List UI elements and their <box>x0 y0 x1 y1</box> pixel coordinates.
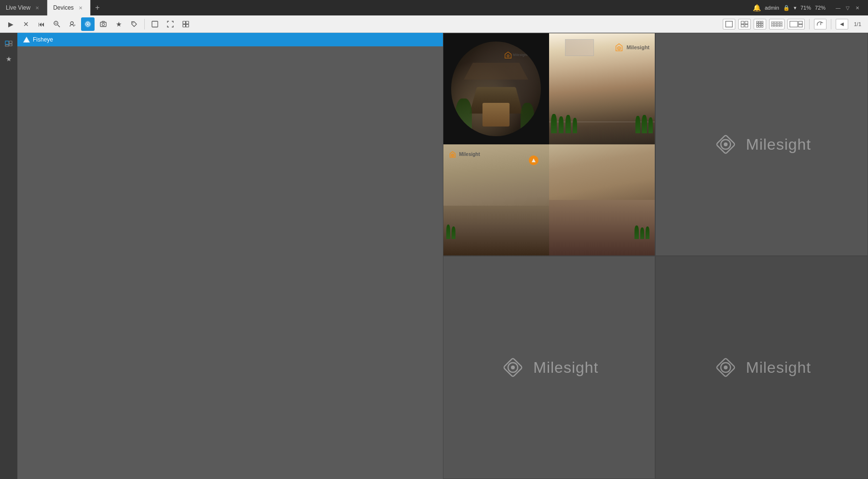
svg-rect-18 <box>741 21 744 24</box>
sidebar-item-fisheye[interactable]: Fisheye <box>17 33 443 46</box>
title-bar: Live View ✕ Devices ✕ + 🔔 admin 🔒 ▾ 71% … <box>0 0 868 15</box>
restore-button[interactable]: ▽ <box>843 3 853 13</box>
svg-rect-9 <box>100 22 106 27</box>
fisheye-cell-top-right: Milesight <box>549 33 655 144</box>
svg-rect-13 <box>183 21 186 24</box>
layout-single-button[interactable] <box>148 17 162 31</box>
layout-1x1[interactable] <box>723 19 735 29</box>
svg-rect-26 <box>759 23 761 25</box>
milesight-logo-icon-bottom-left <box>499 354 526 381</box>
dropdown-icon[interactable]: ▾ <box>794 5 797 11</box>
svg-rect-30 <box>761 26 763 28</box>
tab-devices-label: Devices <box>53 4 74 11</box>
svg-marker-60 <box>532 158 536 162</box>
milesight-brand-bottom-left: Milesight <box>533 359 598 377</box>
video-cell-bottom-left[interactable]: Milesight <box>443 256 656 479</box>
svg-rect-23 <box>759 21 761 23</box>
fisheye-circular-view: Milesight <box>443 33 549 144</box>
svg-rect-36 <box>774 23 777 25</box>
zoom-button[interactable] <box>50 17 64 31</box>
tab-devices-close[interactable]: ✕ <box>77 4 84 12</box>
tab-live-view-close[interactable]: ✕ <box>33 4 41 12</box>
close-button[interactable]: ✕ <box>853 3 862 13</box>
svg-point-53 <box>508 55 509 56</box>
svg-point-59 <box>452 155 453 155</box>
layout-custom[interactable] <box>787 19 805 29</box>
prev-button[interactable]: ⏮ <box>35 17 48 31</box>
play-button[interactable]: ▶ <box>4 17 17 31</box>
svg-rect-22 <box>757 21 758 23</box>
svg-rect-47 <box>9 41 12 43</box>
snapshot-button[interactable] <box>96 17 110 31</box>
svg-rect-20 <box>741 24 744 27</box>
tab-live-view[interactable]: Live View ✕ <box>0 0 47 15</box>
svg-rect-19 <box>745 21 748 24</box>
video-cell-top-right[interactable]: Milesight <box>655 33 868 256</box>
prev-page-toolbar[interactable]: ◀ <box>836 19 848 29</box>
milesight-logo-icon-bottom-right <box>712 354 739 381</box>
svg-rect-25 <box>757 23 758 25</box>
tab-devices[interactable]: Devices ✕ <box>47 0 91 15</box>
svg-rect-46 <box>5 41 9 44</box>
favorite-button[interactable]: ★ <box>112 17 125 31</box>
svg-point-56 <box>618 48 620 49</box>
sidebar-item-fisheye-label: Fisheye <box>33 36 53 43</box>
milesight-logo-icon-top-right <box>712 131 739 158</box>
video-grid: Milesight <box>443 33 868 479</box>
layout-4x4[interactable] <box>769 19 785 29</box>
layout-3x3[interactable] <box>754 19 766 29</box>
page-info: 1/1 <box>851 21 864 27</box>
tag-button[interactable] <box>127 17 141 31</box>
milesight-logo-top-right: Milesight <box>712 131 811 158</box>
svg-point-3 <box>70 22 73 25</box>
milesight-brand-top-right: Milesight <box>746 136 811 154</box>
svg-rect-15 <box>183 24 186 27</box>
rotate-button[interactable] <box>814 19 827 29</box>
video-cell-top-left[interactable]: Milesight <box>443 33 656 256</box>
fisheye-circular-image: Milesight <box>451 42 541 136</box>
tab-live-view-label: Live View <box>6 4 30 11</box>
separator-1 <box>144 19 145 29</box>
lock-icon: 🔒 <box>783 5 790 11</box>
layout-2x2[interactable] <box>738 19 751 29</box>
svg-rect-34 <box>780 21 782 23</box>
svg-rect-14 <box>186 21 189 24</box>
svg-rect-31 <box>772 21 774 23</box>
title-bar-right: 🔔 admin 🔒 ▾ 71% 72% — ▽ ✕ <box>753 3 868 13</box>
milesight-logo-bottom-left: Milesight <box>499 354 598 381</box>
milesight-brand-bottom-right: Milesight <box>746 359 811 377</box>
video-cell-bottom-right[interactable]: Milesight <box>655 256 868 479</box>
svg-rect-29 <box>759 26 761 28</box>
svg-point-7 <box>87 23 89 25</box>
svg-rect-51 <box>26 40 28 42</box>
minimize-button[interactable]: — <box>833 3 843 13</box>
fisheye-cell-circular: Milesight <box>443 33 549 144</box>
svg-rect-49 <box>5 45 9 46</box>
svg-rect-42 <box>780 25 782 27</box>
svg-rect-39 <box>772 25 774 27</box>
fisheye-cell-bottom-left: Milesight <box>443 144 549 255</box>
notification-icon[interactable]: 🔔 <box>753 4 761 12</box>
main-layout: ★ Fisheye <box>0 33 868 479</box>
window-controls: — ▽ ✕ <box>833 3 862 13</box>
live-view-button[interactable] <box>81 17 95 31</box>
sidebar-icon-favorites[interactable]: ★ <box>2 52 15 66</box>
fullscreen-button[interactable] <box>164 17 177 31</box>
multiscreen-button[interactable] <box>179 17 193 31</box>
stop-button[interactable]: ✕ <box>19 17 33 31</box>
add-tab-button[interactable]: + <box>91 1 104 14</box>
sidebar-icon-devices[interactable] <box>2 37 15 50</box>
separator-3 <box>831 19 831 29</box>
svg-rect-27 <box>761 23 763 25</box>
svg-rect-40 <box>774 25 777 27</box>
svg-point-11 <box>133 22 134 23</box>
toolbar-right: ◀ 1/1 <box>723 19 864 29</box>
admin-label: admin <box>765 5 779 11</box>
add-device-button[interactable] <box>66 17 79 31</box>
svg-point-66 <box>511 366 515 369</box>
separator-2 <box>809 19 810 29</box>
toolbar: ▶ ✕ ⏮ ★ <box>0 15 868 33</box>
svg-rect-16 <box>186 24 189 27</box>
sidebar-content: Fisheye <box>17 33 443 479</box>
svg-rect-38 <box>780 23 782 25</box>
